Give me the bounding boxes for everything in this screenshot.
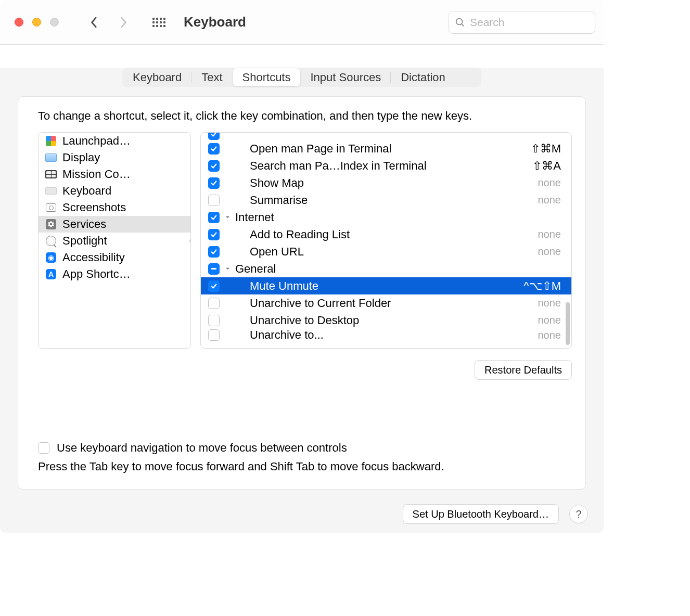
tree-row[interactable]: Unarchive to Desktopnone [201,312,571,329]
shortcut-value[interactable]: none [538,297,561,309]
sidebar-item-label: Launchpad… [62,134,131,148]
group-label: Internet [235,211,274,224]
maximize-button [50,18,59,27]
category-sidebar[interactable]: Launchpad…DisplayMission Co…KeyboardScre… [38,132,191,349]
search-icon [454,17,466,28]
all-prefs-grid-icon[interactable] [152,16,165,29]
group-label: General [235,262,276,276]
item-label: Mute Unmute [250,279,318,293]
shortcuts-pane: To change a shortcut, select it, click t… [18,96,586,490]
item-label: Unarchive to Current Folder [250,297,391,310]
services-icon [45,219,57,230]
tree-row[interactable]: Unarchive to Current Foldernone [201,294,571,312]
shortcut-value[interactable]: none [538,314,561,326]
sidebar-item-screenshots[interactable]: Screenshots [39,199,190,216]
sidebar-item-label: Mission Co… [62,168,131,181]
sidebar-item-label: Accessibility [62,251,125,264]
sidebar-item-label: Spotlight [62,234,107,248]
tree-row[interactable]: Summarisenone [201,191,571,209]
checkbox[interactable] [208,246,220,258]
sidebar-item-spotlight[interactable]: Spotlight [39,233,190,249]
checkbox[interactable] [208,229,220,240]
checkbox[interactable] [208,160,220,172]
sidebar-item-label: Services [62,217,106,231]
sidebar-item-label: App Shortc… [62,267,131,281]
svg-line-1 [462,23,464,25]
checkbox[interactable] [208,298,220,309]
shortcut-value[interactable]: none [538,228,561,240]
item-label: Open URL [250,245,304,259]
content-area: KeyboardTextShortcutsInput SourcesDictat… [0,68,604,533]
shortcut-value[interactable]: ⇧⌘M [531,142,561,156]
screenshots-icon [45,202,57,213]
sidebar-item-keyboard[interactable]: Keyboard [39,183,190,199]
bluetooth-keyboard-button[interactable]: Set Up Bluetooth Keyboard… [403,504,559,524]
item-label: Unarchive to Desktop [250,314,359,327]
sidebar-item-appshort[interactable]: AApp Shortc… [39,266,190,283]
shortcut-tree[interactable]: Show Info in FindernoneOpen man Page in … [200,132,572,349]
sidebar-item-mission[interactable]: Mission Co… [39,166,190,183]
item-label: Summarise [250,194,308,207]
window-controls [15,18,59,27]
search-field[interactable] [449,11,595,34]
checkbox[interactable] [208,195,220,206]
tree-row[interactable]: Open man Page in Terminal⇧⌘M [201,140,571,157]
sidebar-item-launchpad[interactable]: Launchpad… [39,133,190,149]
tab-input-sources[interactable]: Input Sources [300,68,391,86]
back-button[interactable] [89,15,99,30]
tree-row[interactable]: Search man Pa…Index in Terminal⇧⌘A [201,157,571,174]
chevron-down-icon[interactable] [225,214,232,220]
tab-shortcuts[interactable]: Shortcuts [233,68,301,86]
tree-row[interactable]: Show Mapnone [201,174,571,191]
sidebar-item-services[interactable]: Services [39,216,190,233]
checkbox[interactable] [208,177,220,189]
prefs-window: Keyboard KeyboardTextShortcutsInput Sour… [0,0,604,533]
checkbox[interactable] [208,263,220,275]
checkbox[interactable] [208,280,220,292]
tab-text[interactable]: Text [191,68,232,86]
sidebar-item-label: Keyboard [62,184,111,198]
shortcut-value[interactable]: none [538,246,561,258]
item-label: Unarchive to... [250,328,324,342]
tree-row[interactable]: Mute Unmute^⌥⇧M [201,277,571,294]
item-label: Add to Reading List [250,228,350,241]
checkbox[interactable] [208,315,220,326]
tree-row[interactable]: Show Info in Findernone [201,133,571,140]
footer: Set Up Bluetooth Keyboard… ? [0,490,604,524]
sidebar-item-label: Screenshots [62,201,126,214]
item-label: Show Map [250,176,304,190]
tree-group[interactable]: General [201,260,571,277]
shortcut-value[interactable]: none [538,194,561,206]
minimize-button[interactable] [32,18,41,27]
checkbox[interactable] [208,143,220,155]
shortcut-value[interactable]: none [538,177,561,189]
checkbox[interactable] [208,329,220,341]
tab-dictation[interactable]: Dictation [391,68,455,86]
chevron-down-icon[interactable] [225,266,232,272]
shortcut-value[interactable]: ⇧⌘A [532,159,561,173]
tree-row[interactable]: Open URLnone [201,243,571,260]
tree-row[interactable]: Add to Reading Listnone [201,226,571,243]
checkbox[interactable] [208,133,220,140]
kbnav-checkbox[interactable] [38,442,49,454]
tree-row[interactable]: Unarchive to...none [201,329,571,341]
help-button[interactable]: ? [569,505,588,523]
search-input[interactable] [470,16,590,29]
spotlight-icon [45,235,57,247]
tab-keyboard[interactable]: Keyboard [123,68,191,86]
svg-point-0 [456,18,463,24]
instructions-text: To change a shortcut, select it, click t… [18,109,585,132]
restore-defaults-button[interactable]: Restore Defaults [475,360,572,380]
sidebar-item-accessibility[interactable]: ◉Accessibility [39,249,190,266]
appshort-icon: A [45,268,57,280]
page-title: Keyboard [184,14,246,30]
sidebar-item-display[interactable]: Display [39,149,190,166]
close-button[interactable] [15,18,23,27]
shortcut-value[interactable]: ^⌥⇧M [523,279,561,293]
checkbox[interactable] [208,212,220,223]
shortcut-value[interactable]: none [538,329,561,341]
scrollbar-thumb[interactable] [566,302,570,345]
tab-bar: KeyboardTextShortcutsInput SourcesDictat… [122,68,481,87]
sidebar-item-label: Display [62,151,100,164]
tree-group[interactable]: Internet [201,209,571,226]
